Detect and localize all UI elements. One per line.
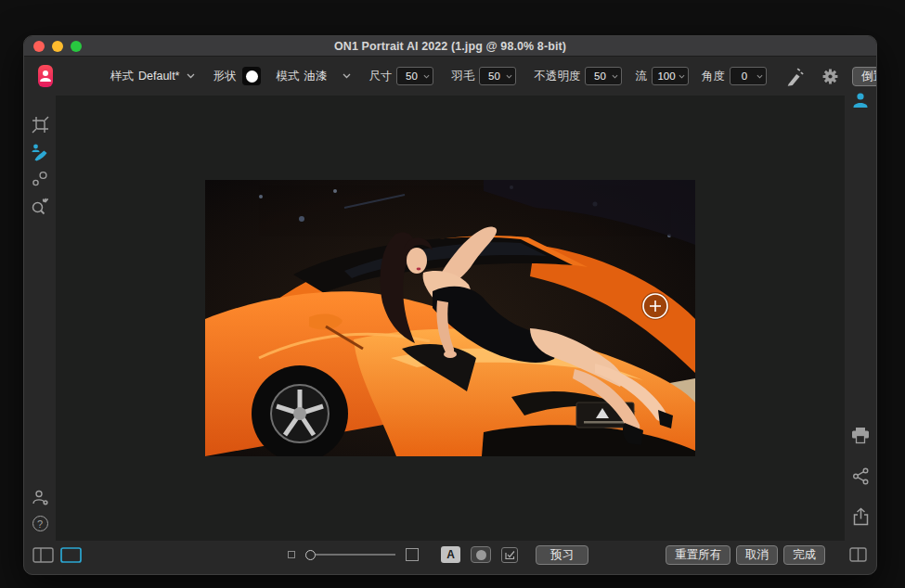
export-icon[interactable] bbox=[852, 507, 870, 526]
shape-label: 形状 bbox=[213, 69, 236, 84]
help-label: ? bbox=[37, 518, 43, 530]
single-view-icon[interactable] bbox=[60, 547, 82, 563]
face-brush-tool-icon[interactable] bbox=[31, 143, 49, 161]
perfect-brush-icon[interactable] bbox=[784, 67, 804, 86]
print-icon[interactable] bbox=[850, 427, 871, 445]
size-value: 50 bbox=[399, 70, 423, 82]
style-dropdown[interactable]: Default* bbox=[138, 70, 179, 83]
chevron-down-icon[interactable] bbox=[187, 73, 195, 79]
chevron-down-icon bbox=[756, 74, 763, 79]
cancel-button[interactable]: 取消 bbox=[736, 545, 778, 565]
flow-value: 100 bbox=[654, 70, 679, 82]
feather-label: 羽毛 bbox=[451, 69, 474, 84]
settings-gear-icon[interactable] bbox=[821, 68, 839, 85]
feather-input[interactable]: 50 bbox=[479, 67, 516, 85]
zoom-pan-tool-icon[interactable] bbox=[31, 197, 49, 215]
portrait-app-icon bbox=[38, 65, 53, 87]
slider-track[interactable] bbox=[316, 554, 395, 556]
brush-shape-swatch[interactable] bbox=[242, 67, 261, 85]
chevron-down-icon bbox=[423, 74, 430, 79]
flow-label: 流 bbox=[635, 69, 647, 84]
angle-value: 0 bbox=[732, 70, 756, 82]
editing-canvas[interactable] bbox=[56, 96, 845, 541]
left-tool-rail: ? bbox=[24, 96, 56, 541]
soft-proof-toggle[interactable] bbox=[501, 547, 518, 563]
window-title: ON1 Portrait AI 2022 (1.jpg @ 98.0% 8-bi… bbox=[24, 40, 876, 53]
angle-input[interactable]: 0 bbox=[730, 67, 767, 85]
slider-knob[interactable] bbox=[305, 550, 316, 560]
feather-value: 50 bbox=[482, 70, 506, 82]
mask-dot-icon bbox=[476, 550, 486, 560]
opacity-label: 不透明度 bbox=[534, 69, 580, 84]
preview-button[interactable]: 预习 bbox=[536, 545, 588, 565]
size-label: 尺寸 bbox=[368, 69, 392, 84]
size-input[interactable]: 50 bbox=[396, 67, 433, 85]
round-brush-icon bbox=[246, 70, 258, 83]
checkmark-icon bbox=[505, 550, 515, 560]
right-tool-rail bbox=[845, 92, 876, 541]
zoom-out-thumb-icon[interactable] bbox=[288, 551, 295, 558]
footer-bar: A 预习 重置所有 取消 完成 bbox=[24, 541, 876, 574]
mask-a-label: A bbox=[446, 548, 455, 561]
brush-toolbar: 样式 Default* 形状 模式 油漆 尺寸 50 羽毛 bbox=[24, 57, 876, 96]
chevron-down-icon bbox=[506, 74, 512, 79]
crop-tool-icon[interactable] bbox=[32, 116, 49, 134]
help-icon[interactable]: ? bbox=[32, 516, 48, 531]
refine-mask-tool-icon[interactable] bbox=[32, 171, 48, 187]
brush-cursor bbox=[641, 292, 669, 320]
app-window: ON1 Portrait AI 2022 (1.jpg @ 98.0% 8-bi… bbox=[23, 35, 877, 575]
mask-view-a-toggle[interactable]: A bbox=[441, 546, 460, 563]
chevron-down-icon bbox=[612, 74, 618, 79]
style-label: 样式 bbox=[110, 69, 134, 84]
opacity-value: 50 bbox=[588, 70, 612, 82]
chevron-down-icon[interactable] bbox=[343, 73, 351, 79]
mode-label: 模式 bbox=[276, 69, 299, 84]
title-bar: ON1 Portrait AI 2022 (1.jpg @ 98.0% 8-bi… bbox=[24, 36, 876, 57]
invert-button[interactable]: 倒置 bbox=[852, 67, 877, 86]
portrait-panel-icon[interactable] bbox=[851, 92, 870, 110]
flow-input[interactable]: 100 bbox=[652, 67, 689, 85]
reset-all-button[interactable]: 重置所有 bbox=[666, 545, 730, 565]
brush-size-slider[interactable] bbox=[305, 550, 395, 560]
opacity-input[interactable]: 50 bbox=[585, 67, 622, 85]
person-glyph bbox=[38, 69, 53, 83]
split-screen-icon[interactable] bbox=[849, 547, 867, 562]
compare-view-icon[interactable] bbox=[32, 547, 54, 563]
photo-car-model[interactable] bbox=[205, 180, 695, 456]
angle-label: 角度 bbox=[702, 69, 725, 84]
account-icon[interactable] bbox=[32, 489, 49, 506]
zoom-in-thumb-icon[interactable] bbox=[406, 548, 419, 561]
mask-overlay-toggle[interactable] bbox=[471, 546, 491, 563]
share-icon[interactable] bbox=[852, 467, 870, 485]
mode-dropdown[interactable]: 油漆 bbox=[304, 69, 327, 84]
done-button[interactable]: 完成 bbox=[783, 545, 825, 565]
chevron-down-icon bbox=[679, 74, 685, 79]
